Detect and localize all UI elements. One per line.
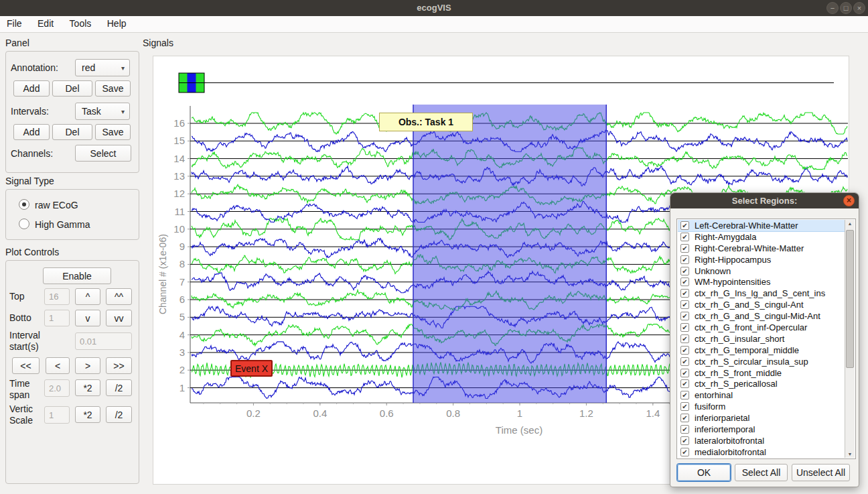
region-row[interactable]: ✔Right-Hippocampus <box>678 254 846 265</box>
region-checkbox-checked[interactable]: ✔ <box>680 402 689 411</box>
region-checkbox-checked[interactable]: ✔ <box>680 448 689 456</box>
select-all-button[interactable]: Select All <box>735 464 788 481</box>
channel-down-fast-button[interactable]: vv <box>106 310 132 326</box>
svg-text:3: 3 <box>179 347 185 358</box>
region-checkbox-checked[interactable]: ✔ <box>680 267 689 275</box>
channels-select-button[interactable]: Select <box>75 145 131 162</box>
region-checkbox-checked[interactable]: ✔ <box>680 425 689 434</box>
scroll-up-icon[interactable]: ▲ <box>845 221 855 226</box>
region-row[interactable]: ✔inferiorparietal <box>678 412 846 424</box>
region-checkbox-checked[interactable]: ✔ <box>680 391 689 399</box>
region-row[interactable]: ✔ctx_rh_G_front_inf-Opercular <box>678 322 846 333</box>
step-forward-button[interactable]: > <box>75 357 100 374</box>
region-checkbox-checked[interactable]: ✔ <box>680 436 689 445</box>
maximize-icon[interactable]: □ <box>840 2 852 14</box>
region-row[interactable]: ✔fusiform <box>678 401 846 412</box>
region-row[interactable]: ✔ctx_rh_S_circular_insula_sup <box>678 356 846 367</box>
top-input[interactable]: 16 <box>44 288 70 305</box>
region-checkbox-checked[interactable]: ✔ <box>680 346 689 355</box>
region-row[interactable]: ✔entorhinal <box>678 389 846 401</box>
event-marker[interactable]: Event X <box>230 360 273 377</box>
time-span-input[interactable]: 2.0 <box>44 379 70 397</box>
region-checkbox-checked[interactable]: ✔ <box>680 414 689 422</box>
region-row[interactable]: ✔medialorbitofrontal <box>678 446 846 458</box>
menu-item-help[interactable]: Help <box>101 16 133 31</box>
intervals-add-button[interactable]: Add <box>13 124 50 140</box>
region-row[interactable]: ✔Left-Cerebral-White-Matter <box>678 220 846 231</box>
menu-item-tools[interactable]: Tools <box>64 16 98 31</box>
region-checkbox-checked[interactable]: ✔ <box>680 255 689 264</box>
bottom-input[interactable]: 1 <box>44 310 70 326</box>
region-row[interactable]: ✔Unknown <box>678 265 846 277</box>
channel-up-fast-button[interactable]: ^^ <box>106 288 132 305</box>
region-checkbox-checked[interactable]: ✔ <box>680 323 689 332</box>
unselect-all-button[interactable]: Unselect All <box>792 464 850 481</box>
region-row[interactable]: ✔Right-Cerebral-White-Matter <box>678 243 846 254</box>
svg-text:7: 7 <box>179 276 185 288</box>
region-checkbox-checked[interactable]: ✔ <box>680 221 689 230</box>
region-checkbox-checked[interactable]: ✔ <box>680 233 689 241</box>
task-interval-region[interactable] <box>413 105 606 403</box>
region-label: ctx_rh_G_front_inf-Opercular <box>695 322 807 332</box>
time-span-div-button[interactable]: /2 <box>106 379 132 396</box>
menu-item-file[interactable]: File <box>1 16 28 31</box>
region-checkbox-checked[interactable]: ✔ <box>680 357 689 366</box>
time-span-mul-button[interactable]: *2 <box>75 379 100 396</box>
vertical-scale-input[interactable]: 1 <box>44 406 70 424</box>
region-checkbox-checked[interactable]: ✔ <box>680 334 689 343</box>
scroll-down-icon[interactable]: ▼ <box>845 452 855 456</box>
region-row[interactable]: ✔WM-hypointensities <box>678 276 846 288</box>
select-regions-dialog: Select Regions: × ✔Left-Cerebral-White-M… <box>670 192 859 487</box>
region-row[interactable]: ✔ctx_rh_S_pericallosal <box>678 378 846 389</box>
annotation-add-button[interactable]: Add <box>13 80 50 97</box>
radio-high-gamma[interactable] <box>19 219 29 229</box>
region-row[interactable]: ✔inferiortemporal <box>678 424 846 435</box>
region-row[interactable]: ✔ctx_rh_G_and_S_cingul-Ant <box>678 299 846 310</box>
svg-text:11: 11 <box>174 206 185 217</box>
svg-text:1.2: 1.2 <box>579 408 593 419</box>
svg-text:12: 12 <box>173 188 185 199</box>
page-forward-button[interactable]: >> <box>106 357 132 374</box>
intervals-del-button[interactable]: Del <box>52 124 92 140</box>
intervals-combobox[interactable]: Task ▾ <box>75 103 130 120</box>
annotation-del-button[interactable]: Del <box>52 80 92 97</box>
region-checkbox-checked[interactable]: ✔ <box>680 369 689 377</box>
annotation-save-button[interactable]: Save <box>95 80 131 97</box>
interval-start-input[interactable]: 0.01 <box>75 332 132 350</box>
region-row[interactable]: ✔ctx_rh_G_insular_short <box>678 333 846 345</box>
ok-button[interactable]: OK <box>677 464 731 481</box>
window-title: ecogVIS <box>0 3 868 13</box>
channel-up-button[interactable]: ^ <box>75 288 100 305</box>
region-row[interactable]: ✔ctx_rh_G_Ins_lg_and_S_cent_ins <box>678 288 846 299</box>
region-row[interactable]: ✔ctx_rh_S_front_middle <box>678 367 846 379</box>
region-row[interactable]: ✔lateralorbitofrontal <box>678 435 846 446</box>
region-checkbox-checked[interactable]: ✔ <box>680 312 689 320</box>
minimize-icon[interactable]: − <box>826 2 839 14</box>
dialog-close-icon[interactable]: × <box>843 195 855 206</box>
region-checkbox-checked[interactable]: ✔ <box>680 300 689 309</box>
step-back-button[interactable]: < <box>46 357 70 374</box>
enable-button[interactable]: Enable <box>43 267 111 284</box>
intervals-save-button[interactable]: Save <box>95 124 131 140</box>
menu-item-edit[interactable]: Edit <box>31 16 60 31</box>
region-label: ctx_rh_G_and_S_cingul-Mid-Ant <box>695 311 820 321</box>
close-icon[interactable]: × <box>853 2 865 14</box>
regions-scrollbar[interactable]: ▲ ▼ <box>845 220 855 458</box>
vertical-scale-div-button[interactable]: /2 <box>106 406 132 423</box>
region-row[interactable]: ✔ctx_rh_G_and_S_cingul-Mid-Ant <box>678 310 846 322</box>
page-back-button[interactable]: << <box>12 357 40 374</box>
region-label: inferiortemporal <box>695 424 755 434</box>
radio-raw-ecog-label: raw ECoG <box>35 200 78 210</box>
annotation-combobox[interactable]: red ▾ <box>75 59 130 76</box>
chevron-down-icon: ▾ <box>121 108 125 115</box>
region-checkbox-checked[interactable]: ✔ <box>680 289 689 298</box>
vertical-scale-mul-button[interactable]: *2 <box>75 406 100 423</box>
region-row[interactable]: ✔Right-Amygdala <box>678 231 846 243</box>
region-row[interactable]: ✔ctx_rh_G_temporal_middle <box>678 345 846 356</box>
scrollbar-thumb[interactable] <box>846 230 854 368</box>
channel-down-button[interactable]: v <box>75 310 100 326</box>
region-checkbox-checked[interactable]: ✔ <box>680 379 689 388</box>
radio-raw-ecog[interactable] <box>19 199 29 210</box>
region-checkbox-checked[interactable]: ✔ <box>680 277 689 286</box>
region-checkbox-checked[interactable]: ✔ <box>680 244 689 253</box>
